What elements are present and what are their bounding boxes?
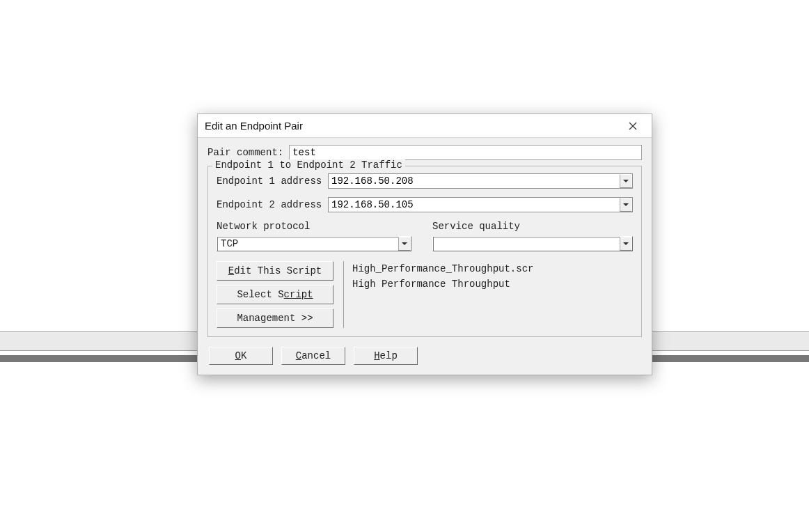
- ok-button[interactable]: OK: [209, 347, 273, 365]
- help-button[interactable]: Help: [354, 347, 418, 365]
- pair-comment-input[interactable]: [289, 145, 642, 160]
- fieldset-legend: Endpoint 1 to Endpoint 2 Traffic: [212, 159, 405, 171]
- service-quality-label: Service quality: [432, 221, 633, 232]
- service-quality-value: [433, 237, 620, 251]
- service-quality-select[interactable]: [432, 236, 633, 251]
- script-info: High_Performance_Throughput.scr High Per…: [343, 261, 533, 328]
- pair-comment-label: Pair comment:: [207, 147, 283, 158]
- endpoint2-label: Endpoint 2 address: [217, 199, 328, 210]
- dialog-content: Pair comment: Endpoint 1 to Endpoint 2 T…: [198, 138, 652, 375]
- edit-endpoint-pair-dialog: Edit an Endpoint Pair Pair comment: Endp…: [197, 114, 652, 375]
- network-protocol-dropdown-button[interactable]: [398, 237, 411, 251]
- endpoint2-row: Endpoint 2 address: [217, 197, 633, 212]
- endpoint1-label: Endpoint 1 address: [217, 175, 328, 187]
- endpoint1-address-input[interactable]: [329, 174, 620, 188]
- network-protocol-value: TCP: [217, 237, 398, 251]
- dialog-title: Edit an Endpoint Pair: [205, 120, 303, 132]
- management-button[interactable]: Management >>: [217, 308, 333, 328]
- endpoint2-combo[interactable]: [328, 197, 633, 212]
- endpoint2-dropdown-button[interactable]: [620, 198, 632, 212]
- script-description: High Performance Throughput: [352, 276, 533, 292]
- protocol-quality-row: Network protocol TCP Service quality: [217, 221, 633, 251]
- service-quality-col: Service quality: [432, 221, 633, 251]
- dialog-buttons-row: OK Cancel Help: [207, 347, 642, 365]
- network-protocol-col: Network protocol TCP: [217, 221, 411, 251]
- endpoint2-address-input[interactable]: [329, 198, 620, 212]
- endpoint1-combo[interactable]: [328, 173, 633, 189]
- endpoint1-row: Endpoint 1 address: [217, 173, 633, 189]
- endpoint1-dropdown-button[interactable]: [620, 174, 632, 188]
- titlebar: Edit an Endpoint Pair: [198, 114, 652, 138]
- cancel-button[interactable]: Cancel: [281, 347, 345, 365]
- script-row: Edit This Script Select Script Managemen…: [217, 261, 633, 328]
- close-button[interactable]: [620, 116, 646, 136]
- network-protocol-select[interactable]: TCP: [217, 236, 411, 251]
- script-file-name: High_Performance_Throughput.scr: [352, 261, 533, 276]
- select-script-button[interactable]: Select Script: [217, 285, 333, 304]
- pair-comment-row: Pair comment:: [207, 145, 642, 160]
- script-buttons-col: Edit This Script Select Script Managemen…: [217, 261, 333, 328]
- traffic-fieldset: Endpoint 1 to Endpoint 2 Traffic Endpoin…: [207, 166, 642, 337]
- service-quality-dropdown-button[interactable]: [620, 237, 632, 251]
- close-icon: [629, 122, 637, 130]
- edit-this-script-button[interactable]: Edit This Script: [217, 261, 333, 281]
- network-protocol-label: Network protocol: [217, 221, 411, 232]
